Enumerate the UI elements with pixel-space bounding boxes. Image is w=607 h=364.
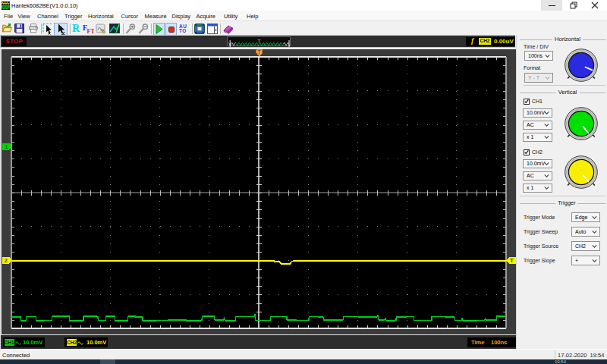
svg-text:T: T (258, 49, 261, 55)
svg-text:FT: FT (87, 28, 95, 35)
svg-text:T: T (510, 257, 514, 264)
svg-text:T: T (258, 39, 261, 43)
svg-text:1: 1 (5, 143, 8, 150)
svg-text:2: 2 (5, 257, 8, 264)
